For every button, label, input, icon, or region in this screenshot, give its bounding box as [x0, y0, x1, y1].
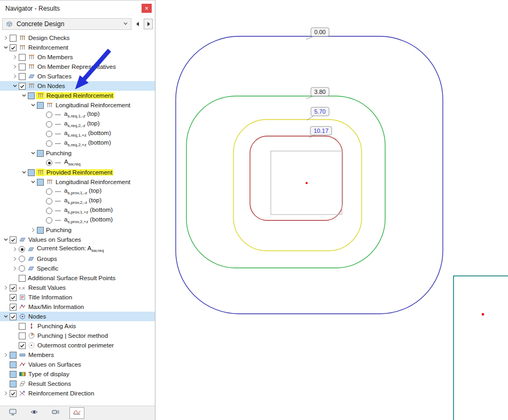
checkbox[interactable] — [10, 294, 17, 301]
tree-item-as-prov-1-z-top[interactable]: as,prov,1,-z (top) — [0, 187, 155, 196]
tree-item-on-nodes[interactable]: On Nodes — [0, 81, 155, 91]
collapse-icon[interactable] — [2, 313, 10, 320]
tree-item-on-member-representatives[interactable]: On Member Representatives — [0, 62, 155, 72]
graphics-area[interactable]: 0.00 3.80 5.70 10.17 — [155, 0, 508, 420]
checkbox[interactable] — [10, 371, 17, 378]
checkbox[interactable] — [10, 361, 17, 368]
collapse-icon[interactable] — [2, 44, 10, 51]
tab-display[interactable] — [5, 407, 20, 419]
checkbox[interactable] — [37, 227, 44, 234]
checkbox[interactable] — [37, 102, 44, 109]
tree-item-as-req-1-z-top[interactable]: as,req,1,-z (top) — [0, 110, 155, 120]
tree-item-current-selection-asw-req[interactable]: Current Selection: Asw,req — [0, 244, 155, 254]
tree-item-as-req-2-z-top[interactable]: as,req,2,-z (top) — [0, 120, 155, 129]
radio-button[interactable] — [46, 198, 52, 204]
checkbox[interactable] — [37, 179, 44, 186]
checkbox[interactable] — [10, 35, 17, 42]
radio-button[interactable] — [19, 246, 25, 252]
expand-icon[interactable] — [11, 63, 19, 70]
checkbox[interactable] — [37, 150, 44, 157]
expand-icon[interactable] — [2, 284, 10, 291]
checkbox[interactable] — [19, 332, 26, 339]
radio-button[interactable] — [19, 256, 25, 262]
tab-results[interactable] — [69, 407, 84, 419]
radio-button[interactable] — [46, 140, 52, 147]
close-button[interactable]: × — [142, 4, 152, 13]
tree-item-nodes[interactable]: Nodes — [0, 312, 155, 321]
tree-item-on-surfaces[interactable]: On Surfaces — [0, 72, 155, 81]
radio-button[interactable] — [46, 208, 52, 214]
tree-item-max-min-information[interactable]: Max/Min Information — [0, 302, 155, 312]
radio-button[interactable] — [46, 131, 52, 137]
panel-titlebar[interactable]: Navigator - Results × — [0, 1, 155, 17]
expand-icon[interactable] — [11, 265, 19, 272]
expand-icon[interactable] — [2, 351, 10, 359]
tree-item-design-checks[interactable]: Design Checks — [0, 33, 155, 43]
tree-item-values-on-surfaces[interactable]: Values on Surfaces — [0, 235, 155, 244]
collapse-icon[interactable] — [20, 92, 28, 99]
expand-icon[interactable] — [11, 255, 19, 263]
tree-item-provided-reinforcement[interactable]: Provided Reinforcement — [0, 168, 155, 177]
tree-item-as-req-2-z-bottom[interactable]: as,req,2,+z (bottom) — [0, 139, 155, 148]
checkbox[interactable] — [10, 284, 17, 291]
checkbox[interactable] — [10, 390, 17, 397]
tab-camera[interactable] — [48, 407, 63, 419]
checkbox[interactable] — [19, 275, 26, 282]
radio-button[interactable] — [46, 188, 52, 195]
checkbox[interactable] — [19, 342, 26, 349]
radio-button[interactable] — [19, 265, 25, 272]
tree-item-punching-axis[interactable]: Punching Axis — [0, 321, 155, 331]
checkbox[interactable] — [19, 54, 26, 61]
checkbox[interactable] — [28, 169, 35, 176]
prev-navigator-button[interactable] — [133, 19, 142, 29]
radio-button[interactable] — [46, 121, 52, 128]
tree-item-values-on-surfaces[interactable]: Values on Surfaces — [0, 360, 155, 369]
tree-item-punching[interactable]: Punching — [0, 148, 155, 158]
checkbox[interactable] — [10, 236, 17, 243]
tree-item-longitudinal-reinforcement[interactable]: Longitudinal Reinforcement — [0, 100, 155, 110]
tree-item-asw-req[interactable]: Asw,req — [0, 158, 155, 168]
tree-item-outermost-control-perimeter[interactable]: Outermost control perimeter — [0, 340, 155, 350]
checkbox[interactable] — [19, 64, 26, 70]
tree-item-as-prov-2-z-bottom[interactable]: as,prov,2,+z (bottom) — [0, 216, 155, 225]
tree-item-result-sections[interactable]: Result Sections — [0, 379, 155, 389]
tree-item-title-information[interactable]: Title Information — [0, 292, 155, 302]
tree-item-reinforcement-direction[interactable]: Reinforcement Direction — [0, 389, 155, 398]
expand-icon[interactable] — [2, 390, 10, 397]
radio-button[interactable] — [46, 217, 52, 224]
tree-item-additional-surface-result-points[interactable]: Additional Surface Result Points — [0, 273, 155, 283]
collapse-icon[interactable] — [29, 149, 37, 157]
collapse-icon[interactable] — [29, 178, 37, 186]
tab-views[interactable] — [27, 407, 42, 419]
tree-item-members[interactable]: Members — [0, 350, 155, 360]
tree-item-result-values[interactable]: x,xResult Values — [0, 283, 155, 292]
tree-item-type-of-display[interactable]: Type of display — [0, 369, 155, 379]
tree-item-punching[interactable]: Punching — [0, 225, 155, 235]
navigator-mode-select[interactable]: Concrete Design — [2, 18, 131, 30]
checkbox[interactable] — [19, 323, 26, 330]
expand-icon[interactable] — [11, 53, 19, 61]
tree-item-specific[interactable]: Specific — [0, 264, 155, 273]
tree-item-on-members[interactable]: On Members — [0, 52, 155, 62]
checkbox[interactable] — [10, 304, 17, 311]
tree-item-as-prov-1-z-bottom[interactable]: as,prov,1,+z (bottom) — [0, 206, 155, 216]
tree-item-required-reinforcement[interactable]: Required Reinforcement — [0, 91, 155, 100]
tree-item-longitudinal-reinforcement[interactable]: Longitudinal Reinforcement — [0, 177, 155, 187]
expand-icon[interactable] — [11, 73, 19, 80]
checkbox[interactable] — [10, 381, 17, 387]
radio-button[interactable] — [46, 160, 52, 166]
tree-item-groups[interactable]: Groups — [0, 254, 155, 264]
checkbox[interactable] — [19, 83, 26, 90]
checkbox[interactable] — [10, 352, 17, 359]
next-navigator-button[interactable] — [144, 19, 153, 29]
collapse-icon[interactable] — [11, 82, 19, 90]
tree-item-reinforcement[interactable]: Reinforcement — [0, 43, 155, 52]
radio-button[interactable] — [46, 112, 52, 118]
collapse-icon[interactable] — [29, 101, 37, 109]
checkbox[interactable] — [10, 313, 17, 320]
checkbox[interactable] — [19, 73, 26, 80]
checkbox[interactable] — [10, 44, 17, 51]
tree-item-as-req-1-z-bottom[interactable]: as,req,1,+z (bottom) — [0, 129, 155, 139]
tree-item-as-prov-2-z-top[interactable]: as,prov,2,-z (top) — [0, 196, 155, 206]
checkbox[interactable] — [28, 92, 35, 99]
